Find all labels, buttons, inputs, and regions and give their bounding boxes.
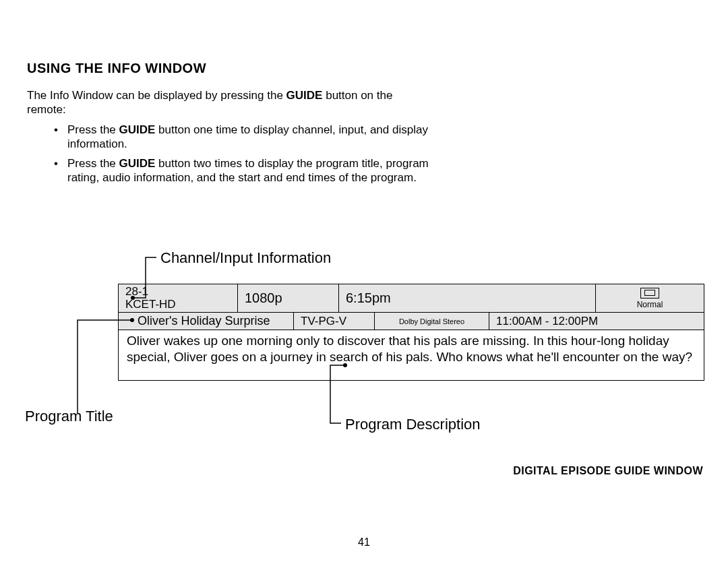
program-title: Oliver's Holiday Surprise (138, 314, 286, 328)
clock-cell: 6:15pm (339, 284, 596, 312)
description-cell: Oliver wakes up one morning only to disc… (119, 330, 704, 380)
time-range-value: 11:00AM - 12:00PM (496, 315, 697, 328)
channel-name: KCET-HD (125, 299, 231, 311)
aspect-cell: Normal (596, 284, 704, 312)
channel-cell: 28-1 KCET-HD (119, 284, 238, 312)
callout-desc-label: Program Description (345, 416, 481, 433)
bullet-bold: GUIDE (119, 157, 156, 170)
intro-paragraph: The Info Window can be displayed by pres… (27, 88, 431, 117)
callout-channel-label: Channel/Input Information (160, 249, 331, 267)
clock-value: 6:15pm (346, 290, 588, 306)
time-range-cell: 11:00AM - 12:00PM (489, 313, 704, 330)
page-number: 41 (0, 536, 728, 549)
callout-title-label: Program Title (25, 408, 113, 425)
figure-caption: DIGITAL EPISODE GUIDE WINDOW (513, 465, 703, 477)
aspect-label: Normal (637, 300, 663, 309)
bullet-item: Press the GUIDE button one time to displ… (54, 123, 431, 152)
bullet-list: Press the GUIDE button one time to displ… (54, 123, 431, 185)
program-description: Oliver wakes up one morning only to disc… (127, 334, 692, 364)
rating-value: TV-PG-V (301, 315, 367, 328)
info-window: 28-1 KCET-HD 1080p 6:15pm Normal Oliver'… (118, 284, 704, 381)
guide-word: GUIDE (286, 89, 323, 102)
program-title-cell: Oliver's Holiday Surprise (119, 313, 294, 330)
bullet-pre: Press the (67, 123, 119, 136)
intro-text-before: The Info Window can be displayed by pres… (27, 89, 286, 102)
aspect-ratio-icon (640, 288, 659, 299)
resolution-value: 1080p (245, 290, 282, 306)
section-heading: USING THE INFO WINDOW (27, 61, 701, 76)
bullet-item: Press the GUIDE button two times to disp… (54, 156, 431, 185)
audio-cell: Dolby Digital Stereo (375, 313, 489, 330)
channel-number: 28-1 (125, 286, 231, 299)
info-row-channel: 28-1 KCET-HD 1080p 6:15pm Normal (119, 284, 704, 313)
rating-cell: TV-PG-V (294, 313, 375, 330)
resolution-cell: 1080p (238, 284, 339, 312)
bullet-pre: Press the (67, 157, 119, 170)
audio-value: Dolby Digital Stereo (399, 317, 464, 325)
bullet-bold: GUIDE (119, 123, 156, 136)
info-row-program: Oliver's Holiday Surprise TV-PG-V Dolby … (119, 313, 704, 330)
